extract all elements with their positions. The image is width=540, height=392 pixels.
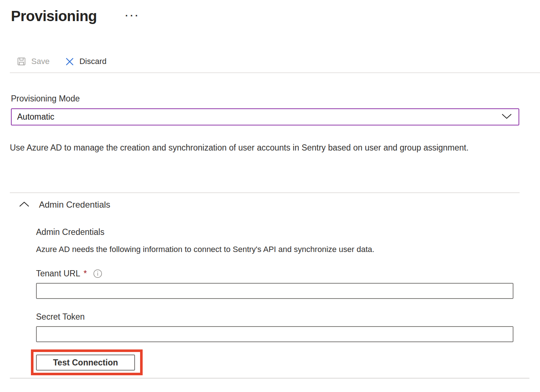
provisioning-mode-description: Use Azure AD to manage the creation and … [10,140,487,155]
info-icon[interactable] [93,269,102,278]
toolbar-divider [10,72,540,73]
section-title: Admin Credentials [39,200,110,210]
tenant-url-input[interactable] [36,283,513,299]
command-bar: Save Discard [16,53,107,70]
admin-credentials-description: Azure AD needs the following information… [36,245,374,254]
tenant-url-label-row: Tenant URL * [36,268,102,279]
discard-x-icon [65,57,75,67]
secret-token-input[interactable] [36,326,513,342]
bottom-divider [10,378,529,379]
provisioning-mode-label: Provisioning Mode [11,94,80,104]
save-label: Save [31,57,49,66]
section-divider [10,192,520,193]
save-icon [16,56,27,67]
admin-credentials-heading: Admin Credentials [36,227,104,237]
provisioning-mode-dropdown[interactable]: Automatic [11,108,519,125]
admin-credentials-section-toggle[interactable]: Admin Credentials [19,200,110,210]
secret-token-label: Secret Token [36,312,85,322]
required-asterisk: * [83,268,87,279]
chevron-down-icon [501,113,512,121]
more-options-button[interactable]: ··· [125,11,140,20]
provisioning-mode-selected-value: Automatic [17,112,501,122]
chevron-up-icon [19,201,29,208]
test-connection-button[interactable]: Test Connection [36,355,135,371]
tenant-url-label: Tenant URL [36,269,80,279]
save-button[interactable]: Save [16,56,49,67]
discard-label: Discard [79,57,107,66]
page-title: Provisioning [11,8,97,24]
discard-button[interactable]: Discard [65,57,107,67]
